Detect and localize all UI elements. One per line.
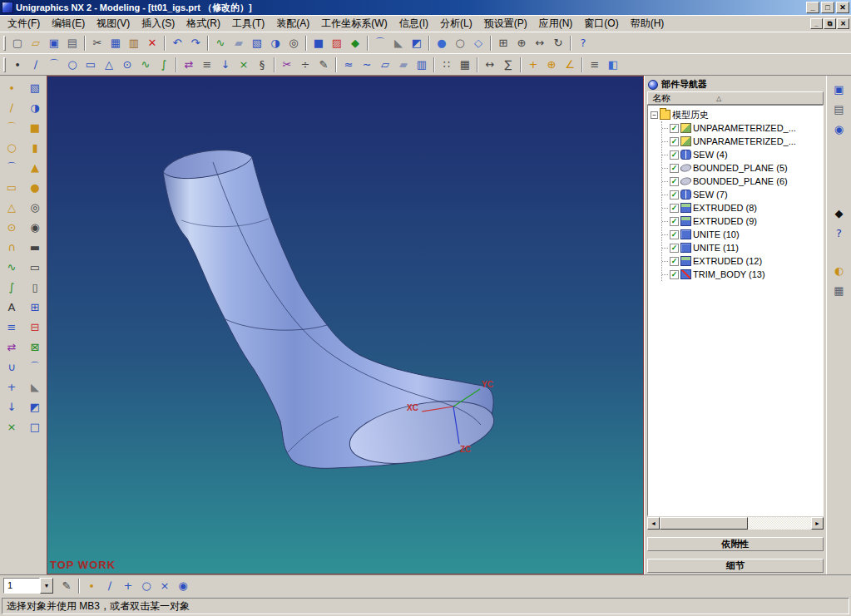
menu-item-application[interactable]: 应用(N)	[533, 15, 579, 32]
point-button[interactable]: ∙	[8, 56, 27, 74]
intersect-button[interactable]: ◆	[346, 34, 364, 52]
snap-point-button[interactable]: ∙	[82, 577, 101, 595]
curve-text-button[interactable]: A	[2, 298, 21, 316]
curve-spline-button[interactable]: ∿	[2, 258, 21, 276]
project-curve-tool-button[interactable]: ↓	[2, 397, 21, 416]
model-canvas[interactable]: XC YC ZC	[47, 76, 643, 574]
feature-checkbox[interactable]: ✓	[670, 124, 679, 133]
line-button[interactable]: ∕	[27, 56, 45, 74]
menu-item-assemblies[interactable]: 装配(A)	[270, 15, 315, 32]
trim-body-button[interactable]: ◩	[408, 34, 426, 52]
menu-item-edit[interactable]: 编辑(E)	[46, 15, 91, 32]
menu-item-file[interactable]: 文件(F)	[2, 15, 46, 32]
feature-boss-button[interactable]: ◉	[26, 218, 44, 236]
rotate-view-button[interactable]: ↻	[549, 34, 567, 52]
trim-curve-button[interactable]: ✂	[278, 56, 296, 74]
edge-blend-button[interactable]: ⌒	[371, 34, 389, 52]
spline-button[interactable]: ∿	[136, 56, 155, 74]
web-browser-tab-button[interactable]: ◉	[830, 120, 849, 138]
wcs-rotate-button[interactable]: ∠	[561, 56, 579, 74]
curve-rectangle-button[interactable]: ▭	[2, 178, 21, 196]
pan-view-button[interactable]: ↔	[531, 34, 549, 52]
revolve-button[interactable]: ◑	[266, 34, 284, 52]
polygon-button[interactable]: △	[100, 56, 118, 74]
close-button[interactable]: ✕	[836, 2, 849, 13]
tree-item-row[interactable]: ✓BOUNDED_PLANE (6)	[662, 175, 823, 188]
toolbar-grip[interactable]	[3, 36, 6, 51]
open-button[interactable]: ▱	[27, 34, 45, 52]
measure-distance-button[interactable]: ↔	[481, 56, 499, 74]
tree-item-row[interactable]: ✓UNPARAMETERIZED_...	[662, 121, 823, 135]
name-column-header[interactable]: 名称 △	[647, 91, 824, 105]
snap-end-point-button[interactable]: ∕	[101, 577, 119, 595]
circle-button[interactable]: ○	[63, 56, 82, 74]
through-curves-button[interactable]: ≈	[339, 56, 358, 74]
save-button[interactable]: ▣	[45, 34, 63, 52]
model-history-tree[interactable]: −模型历史✓UNPARAMETERIZED_...✓UNPARAMETERIZE…	[647, 105, 824, 516]
print-button[interactable]: ▤	[63, 34, 82, 52]
feature-revolve-button[interactable]: ◑	[26, 98, 44, 116]
paste-button[interactable]: ▥	[125, 34, 143, 52]
intersection-curve-button[interactable]: ×	[235, 56, 253, 74]
swept-button[interactable]: ∼	[358, 56, 376, 74]
fit-view-button[interactable]: ⊞	[494, 34, 512, 52]
assembly-navigator-tab-button[interactable]: ▣	[830, 80, 849, 98]
feature-checkbox[interactable]: ✓	[670, 177, 679, 186]
curve-circle-button[interactable]: ○	[2, 138, 21, 156]
chamfer-button[interactable]: ◣	[389, 34, 408, 52]
boolean-subtract-button[interactable]: ⊟	[26, 318, 44, 336]
help-tab-button[interactable]: ?	[830, 224, 849, 242]
combine-curve-button[interactable]: ×	[2, 417, 21, 436]
child-minimize-button[interactable]: _	[810, 18, 823, 29]
feature-cone-button[interactable]: ▲	[26, 158, 44, 176]
tree-item-row[interactable]: ✓EXTRUDED (12)	[662, 254, 823, 268]
feature-checkbox[interactable]: ✓	[670, 257, 679, 266]
scroll-left-button[interactable]: ◄	[647, 517, 660, 530]
layer-settings-button[interactable]: ≡	[586, 56, 604, 74]
boolean-intersect-button[interactable]: ⊠	[26, 338, 44, 356]
constraint-navigator-tab-button[interactable]: ▤	[830, 100, 849, 118]
menu-item-insert[interactable]: 插入(S)	[136, 15, 181, 32]
child-restore-button[interactable]: ⧉	[824, 18, 836, 29]
snap-quadrant-button[interactable]: ◉	[174, 577, 192, 595]
feature-pad-button[interactable]: ▬	[26, 238, 44, 256]
sketch-button[interactable]: ∿	[211, 34, 230, 52]
datum-plane-button[interactable]: ▰	[230, 34, 248, 52]
tree-item-row[interactable]: ✓EXTRUDED (8)	[662, 201, 823, 214]
feature-shell-button[interactable]: □	[26, 417, 44, 436]
tree-item-row[interactable]: ✓BOUNDED_PLANE (5)	[662, 161, 823, 175]
dependencies-panel-header[interactable]: 依附性	[647, 537, 824, 551]
scroll-right-button[interactable]: ►	[811, 517, 824, 530]
arc-button[interactable]: ⌒	[45, 56, 63, 74]
tree-item-row[interactable]: ✓UNITE (10)	[662, 228, 823, 241]
feature-block-button[interactable]: ■	[26, 118, 44, 136]
bridge-curve-button[interactable]: ∪	[2, 357, 21, 376]
tree-item-row[interactable]: ✓UNPARAMETERIZED_...	[662, 135, 823, 148]
feature-checkbox[interactable]: ✓	[670, 204, 679, 213]
tree-item-row[interactable]: ✓EXTRUDED (9)	[662, 214, 823, 228]
menu-item-analysis[interactable]: 分析(L)	[434, 15, 478, 32]
isometric-view-button[interactable]: ◇	[469, 34, 487, 52]
cut-button[interactable]: ✂	[88, 34, 106, 52]
work-layer-combo[interactable]: 1 ▼	[3, 578, 53, 594]
copy-button[interactable]: ▦	[106, 34, 125, 52]
shaded-view-button[interactable]: ●	[433, 34, 451, 52]
join-curve-button[interactable]: +	[2, 377, 21, 396]
feature-sphere-button[interactable]: ●	[26, 178, 44, 196]
feature-cylinder-button[interactable]: ▮	[26, 138, 44, 156]
details-panel-header[interactable]: 细节	[647, 559, 824, 573]
wcs-origin-button[interactable]: ⊕	[542, 56, 561, 74]
curve-fillet-button[interactable]: ⌒	[2, 158, 21, 176]
pattern-button[interactable]: ▦	[456, 56, 474, 74]
bounded-plane-button[interactable]: ▰	[394, 56, 413, 74]
extrude-button[interactable]: ▧	[248, 34, 266, 52]
tree-horizontal-scrollbar[interactable]: ◄ ►	[647, 517, 824, 530]
curve-conic-button[interactable]: ∩	[2, 238, 21, 256]
ellipse-button[interactable]: ⊙	[118, 56, 136, 74]
wcs-dynamics-button[interactable]: +	[524, 56, 542, 74]
snap-mid-point-button[interactable]: +	[119, 577, 137, 595]
subtract-button[interactable]: ▨	[328, 34, 346, 52]
menu-item-view[interactable]: 视图(V)	[91, 15, 136, 32]
feature-checkbox[interactable]: ✓	[670, 270, 679, 279]
menu-item-information[interactable]: 信息(I)	[393, 15, 434, 32]
